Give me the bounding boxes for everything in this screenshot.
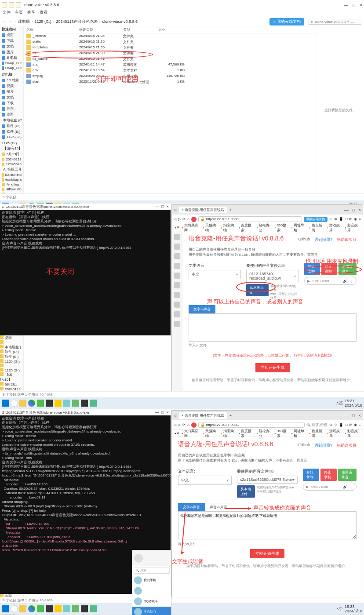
- nav-item[interactable]: [0, 340, 23, 345]
- nav-item[interactable]: 软件 (D:): [0, 123, 23, 129]
- breadcrumb[interactable]: ←→↑ 此电脑› 1125 (G:)› 20240113声音音色克隆› clon…: [0, 17, 364, 26]
- text-input[interactable]: [178, 511, 357, 539]
- nav-item[interactable]: HiPaw Vic: [0, 187, 23, 192]
- qq-panel[interactable]: 🔍 搜索 我的手机…QQ游戏中不忘初心破碎的青babyQ: [132, 550, 171, 615]
- text-input[interactable]: [189, 313, 357, 342]
- file-row[interactable]: templates2024/6/15 21:35文件夹: [24, 45, 316, 51]
- explorer-window: clone-voice-v0.8.8.6 —□× 文件主页共享查看 ←→↑ 此电…: [0, 0, 364, 204]
- menubar[interactable]: 文件主页共享查看: [0, 10, 364, 17]
- nav-item[interactable]: 下载: [0, 100, 23, 106]
- nav-item[interactable]: 本地磁盘 (C: [0, 117, 23, 123]
- donate-link[interactable]: 捐助该项目: [337, 237, 357, 243]
- srt-import[interactable]: 导入srt文件: [178, 542, 357, 546]
- nav-item[interactable]: 音乐: [0, 106, 23, 112]
- bookmarks-bar[interactable]: ≡ 大白菜官网天猫购物 淘宝购物百度搜索 轻松办公360搜索 网址导航热点新闻 …: [172, 430, 363, 437]
- mode-tabs[interactable]: 文字->声音: [189, 305, 357, 313]
- qq-contact[interactable]: …: [132, 586, 171, 596]
- annotation-text: 打开即可使用: [96, 75, 138, 84]
- annotation-oval: [236, 282, 276, 292]
- audio-player[interactable]: 0:00 / 0:00🔊⋮: [304, 277, 357, 285]
- nav-item[interactable]: 文档: [0, 95, 23, 100]
- srt-import[interactable]: 导入srt文件: [189, 343, 357, 348]
- annotation-oval: [25, 51, 153, 58]
- file-row[interactable]: static2024/6/15 21:35文件夹: [24, 39, 316, 45]
- nav-item[interactable]: 桌面: [0, 112, 23, 117]
- nav-item[interactable]: 视频: [0, 83, 23, 89]
- file-row[interactable]: ffmpeg2023/9/24 20:31应用程序116,726 KB: [24, 73, 316, 79]
- preview-pane: 选择要预览的文件。: [316, 26, 364, 193]
- file-row[interactable]: env2024/1/13 19:54文本文档1 KB: [24, 68, 316, 73]
- annotation-arrow: [225, 508, 251, 509]
- qq-contact[interactable]: 我的手机: [132, 575, 171, 586]
- nav-item[interactable]: eunbitupia: [0, 177, 23, 182]
- nav-item[interactable]: koutu: [0, 192, 23, 193]
- nav-item[interactable]: fengjing: [0, 182, 23, 187]
- generate-button[interactable]: 立即开始生成: [250, 549, 284, 558]
- nav-item[interactable]: 软件 (E:): [0, 129, 23, 135]
- nav-item[interactable]: 文档: [0, 44, 23, 49]
- nav-item[interactable]: [0, 364, 23, 368]
- qq-search[interactable]: 🔍 搜索: [134, 568, 170, 574]
- lang-select[interactable]: 中文: [189, 270, 241, 279]
- file-row[interactable]: start2023/11/21 0:17Windows 批处理…1 KB: [24, 79, 316, 85]
- nav-item[interactable]: 此电脑: [0, 55, 23, 61]
- column-headers[interactable]: 名称修改日期类型大小: [24, 26, 316, 33]
- lang-select[interactable]: 中文: [178, 476, 232, 485]
- generate-button[interactable]: 立即开始生成: [255, 363, 290, 372]
- nav-item[interactable]: 图片: [0, 49, 23, 55]
- nav-item[interactable]: 6月13日: [0, 151, 23, 157]
- nav-item[interactable]: AI 换脸工具: [0, 167, 23, 172]
- nav-item[interactable]: 桌面: [0, 335, 23, 340]
- github-link[interactable]: Github: [298, 237, 310, 243]
- nav-item[interactable]: 20240113: [0, 157, 23, 162]
- browser-window: ◁语音克隆-用任意声音说话+ —□× ◁▷⟳⌂ 🔒http://127.0.0.…: [171, 204, 364, 409]
- nav-pane[interactable]: 快速访问 桌面下载文档图片此电脑Swap_OutSwap_Out 此电脑 3D …: [0, 26, 24, 193]
- nav-item[interactable]: 【编码:10】: [0, 372, 23, 382]
- audio-select[interactable]: s2a118ad62390edd075f5.wav: [237, 476, 298, 484]
- svg-line-0: [182, 513, 185, 554]
- nav-item[interactable]: Swap_Out: [0, 66, 23, 70]
- nav-item[interactable]: BaiduNetd: [0, 172, 23, 177]
- titlebar: clone-voice-v0.8.8.6 —□×: [0, 0, 364, 10]
- nav-item[interactable]: 12345678: [0, 162, 23, 167]
- tab-bar[interactable]: ◁语音克隆-用任意声音说话+ —□×: [172, 411, 363, 420]
- bookmarks-bar[interactable]: ≡ 大白菜官网天猫购物 淘宝购物百度搜索 轻松办公360搜索 网址导航热点新闻 …: [172, 224, 363, 231]
- nav-item[interactable]: 20240113: [0, 387, 23, 391]
- annotation-tts: 文字生成语音: [172, 558, 204, 565]
- nav-item[interactable]: 6月13日: [0, 382, 23, 387]
- faq-link[interactable]: 遇到问题?: [314, 237, 332, 243]
- audio-select[interactable]: 0113-185740-recorded_audio.w: [246, 270, 298, 282]
- file-list[interactable]: 名称修改日期类型大小 _internal2024/6/15 21:35文件夹st…: [24, 26, 316, 193]
- browser-window: ◁语音克隆-用任意声音说话+ —□× ◁▷⟳⌂ 🔒http://127.0.0.…: [171, 409, 364, 615]
- nav-item[interactable]: 软件 (D:): [0, 349, 23, 354]
- nav-item[interactable]: 软件 (E:): [0, 354, 23, 359]
- nav-item[interactable]: Swap_Out: [0, 61, 23, 66]
- url-bar: 🔒http://127.0.0.1:9988/: [198, 216, 302, 222]
- nav-item[interactable]: 1125 (G:): [0, 368, 23, 372]
- nav-item[interactable]: 下载: [0, 38, 23, 44]
- annotation-mic: 也可以利用麦克风录制: [306, 258, 358, 265]
- nav-item[interactable]: 图片: [0, 89, 23, 95]
- qq-contact[interactable]: QQ游戏中: [132, 596, 171, 607]
- nav-item[interactable]: 1125 (G:): [0, 135, 23, 139]
- nav-pane-2[interactable]: 桌面本地磁盘 (软件 (D:)软件 (E:)1125 (G:)1125 (G:)…: [0, 335, 24, 397]
- side-toolbar[interactable]: [172, 231, 182, 408]
- window-controls[interactable]: —□×: [344, 3, 362, 7]
- nav-item[interactable]: 本地磁盘 (: [0, 345, 23, 349]
- annotation-convert: 声音转换成你克隆的声音: [253, 504, 311, 512]
- warning-text: [文字->声音]线程还没有启动完毕，若模型已存在，请稍待，否则请下载模型!: [189, 353, 357, 358]
- cloud-upload-button[interactable]: 我的云端文档: [269, 18, 304, 25]
- file-row[interactable]: _internal2024/6/15 21:35文件夹: [24, 33, 316, 39]
- nav-item[interactable]: 3D 对象: [0, 77, 23, 83]
- nav-item[interactable]: 【编码:10】: [0, 146, 23, 151]
- upload-button[interactable]: 从本地上传: [237, 485, 255, 498]
- terminal-window: G:\20240113声音音色克隆\clone-voice-v0.8.8.6\a…: [0, 204, 171, 335]
- file-row[interactable]: app2024/1/11 14:47应用程序47,569 KB: [24, 62, 316, 68]
- search-input[interactable]: [309, 19, 361, 25]
- qq-contact[interactable]: 不忘初心: [132, 607, 171, 615]
- page-content: 语音克隆-用任意声音说话! v0.8.8.6 Github 遇到问题? 捐助该项…: [172, 437, 363, 613]
- tab-bar[interactable]: ◁语音克隆-用任意声音说话+ —□×: [172, 205, 363, 215]
- nav-item[interactable]: 1125 (G:): [0, 359, 23, 364]
- nav-item[interactable]: 桌面: [0, 32, 23, 38]
- section-3: G:\20240113声音音色克隆\clone-voice-v0.8.8.6\a…: [0, 409, 364, 615]
